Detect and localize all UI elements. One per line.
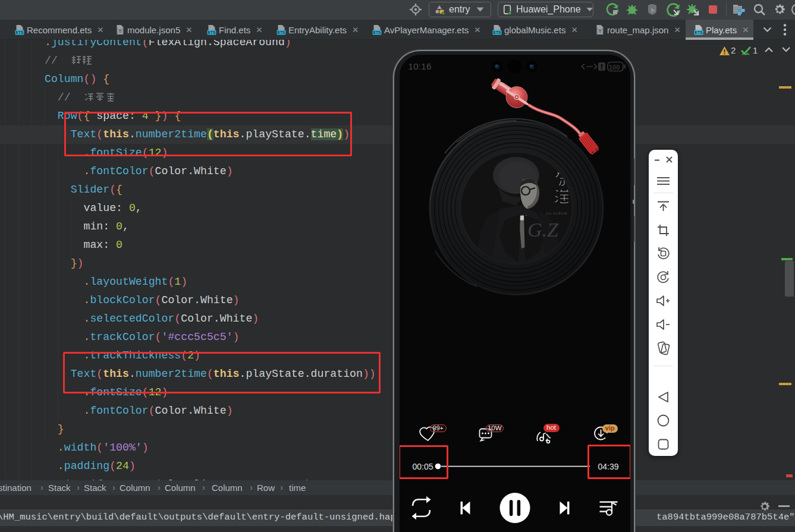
svg-text:ETS: ETS	[208, 30, 216, 34]
svg-text:{0}: {0}	[115, 29, 124, 34]
svg-text:G.Z: G.Z	[527, 219, 559, 241]
svg-text:ETS: ETS	[695, 30, 703, 34]
svg-text:ETS: ETS	[493, 30, 501, 34]
svg-text:ETS: ETS	[15, 30, 24, 34]
svg-text:{0}: {0}	[595, 29, 604, 34]
svg-text:ETS: ETS	[277, 30, 285, 34]
svg-text:1st ALBUM: 1st ALBUM	[546, 212, 568, 215]
svg-text:ETS: ETS	[373, 30, 381, 34]
